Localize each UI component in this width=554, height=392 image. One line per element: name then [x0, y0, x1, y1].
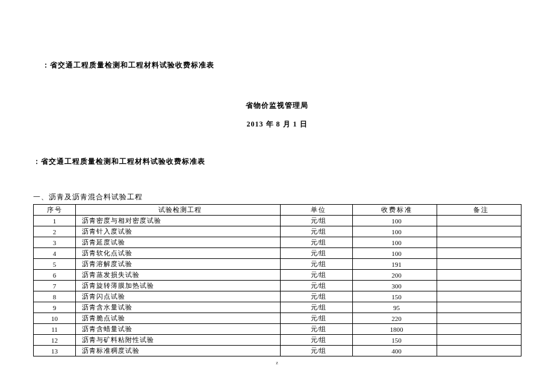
cell-fee: 150	[353, 291, 437, 302]
table-row: 12 沥青与矿料粘附性试验 元/组 150	[34, 335, 521, 346]
table-row: 7 沥青旋转薄膜加热试验 元/组 300	[34, 281, 521, 291]
table-row: 13 沥青标准稠度试验 元/组 400	[34, 346, 521, 356]
header-seq: 序号	[34, 205, 76, 216]
cell-seq: 3	[34, 237, 76, 248]
cell-unit: 元/组	[281, 313, 353, 324]
cell-unit: 元/组	[281, 248, 353, 259]
cell-unit: 元/组	[281, 346, 353, 356]
cell-seq: 5	[34, 259, 76, 270]
cell-remark	[437, 324, 521, 335]
cell-remark	[437, 237, 521, 248]
cell-remark	[437, 259, 521, 270]
page-top-title: ：省交通工程质量检测和工程材料试验收费标准表	[42, 60, 521, 70]
cell-seq: 2	[34, 226, 76, 237]
cell-unit: 元/组	[281, 270, 353, 281]
cell-item: 沥青蒸发损失试验	[76, 270, 281, 281]
cell-remark	[437, 302, 521, 313]
cell-item: 沥青溶解度试验	[76, 259, 281, 270]
header-item: 试验检测工程	[76, 205, 281, 216]
header-fee: 收费标准	[353, 205, 437, 216]
cell-unit: 元/组	[281, 335, 353, 346]
table-row: 10 沥青脆点试验 元/组 220	[34, 313, 521, 324]
cell-item: 沥青针入度试验	[76, 226, 281, 237]
cell-item: 沥青闪点试验	[76, 291, 281, 302]
cell-unit: 元/组	[281, 226, 353, 237]
cell-unit: 元/组	[281, 302, 353, 313]
issuer-name: 省物价监视管理局	[33, 101, 521, 111]
cell-item: 沥青标准稠度试验	[76, 346, 281, 356]
cell-fee: 100	[353, 237, 437, 248]
table-row: 6 沥青蒸发损失试验 元/组 200	[34, 270, 521, 281]
table-row: 2 沥青针入度试验 元/组 100	[34, 226, 521, 237]
cell-seq: 7	[34, 281, 76, 291]
cell-unit: 元/组	[281, 216, 353, 226]
section-label: 一、沥青及沥青混合料试验工程	[33, 192, 521, 202]
cell-unit: 元/组	[281, 291, 353, 302]
cell-remark	[437, 281, 521, 291]
cell-seq: 13	[34, 346, 76, 356]
header-unit: 单位	[281, 205, 353, 216]
table-row: 11 沥青含蜡量试验 元/组 1800	[34, 324, 521, 335]
page-number: z	[33, 360, 521, 366]
cell-item: 沥青与矿料粘附性试验	[76, 335, 281, 346]
cell-seq: 1	[34, 216, 76, 226]
cell-fee: 95	[353, 302, 437, 313]
cell-seq: 11	[34, 324, 76, 335]
cell-fee: 150	[353, 335, 437, 346]
cell-fee: 100	[353, 216, 437, 226]
cell-remark	[437, 291, 521, 302]
cell-remark	[437, 248, 521, 259]
table-row: 3 沥青延度试验 元/组 100	[34, 237, 521, 248]
cell-remark	[437, 335, 521, 346]
cell-unit: 元/组	[281, 259, 353, 270]
cell-fee: 100	[353, 226, 437, 237]
table-row: 9 沥青含水量试验 元/组 95	[34, 302, 521, 313]
cell-fee: 220	[353, 313, 437, 324]
cell-item: 沥青含水量试验	[76, 302, 281, 313]
table-body: 1 沥青密度与相对密度试验 元/组 100 2 沥青针入度试验 元/组 100 …	[34, 216, 521, 356]
issue-date: 2013 年 8 月 1 日	[33, 119, 521, 129]
table-header-row: 序号 试验检测工程 单位 收费标准 备注	[34, 205, 521, 216]
cell-unit: 元/组	[281, 324, 353, 335]
cell-seq: 10	[34, 313, 76, 324]
cell-item: 沥青旋转薄膜加热试验	[76, 281, 281, 291]
cell-fee: 300	[353, 281, 437, 291]
cell-fee: 400	[353, 346, 437, 356]
cell-unit: 元/组	[281, 281, 353, 291]
cell-item: 沥青延度试验	[76, 237, 281, 248]
header-remark: 备注	[437, 205, 521, 216]
cell-seq: 8	[34, 291, 76, 302]
cell-fee: 100	[353, 248, 437, 259]
cell-seq: 6	[34, 270, 76, 281]
cell-fee: 191	[353, 259, 437, 270]
second-title: ：省交通工程质量检测和工程材料试验收费标准表	[33, 157, 521, 167]
table-row: 1 沥青密度与相对密度试验 元/组 100	[34, 216, 521, 226]
cell-unit: 元/组	[281, 237, 353, 248]
cell-item: 沥青密度与相对密度试验	[76, 216, 281, 226]
cell-item: 沥青软化点试验	[76, 248, 281, 259]
fee-table: 序号 试验检测工程 单位 收费标准 备注 1 沥青密度与相对密度试验 元/组 1…	[33, 204, 521, 356]
cell-remark	[437, 216, 521, 226]
cell-seq: 12	[34, 335, 76, 346]
cell-item: 沥青脆点试验	[76, 313, 281, 324]
cell-remark	[437, 313, 521, 324]
cell-remark	[437, 226, 521, 237]
cell-remark	[437, 346, 521, 356]
cell-seq: 4	[34, 248, 76, 259]
table-row: 8 沥青闪点试验 元/组 150	[34, 291, 521, 302]
cell-seq: 9	[34, 302, 76, 313]
cell-item: 沥青含蜡量试验	[76, 324, 281, 335]
table-row: 4 沥青软化点试验 元/组 100	[34, 248, 521, 259]
cell-remark	[437, 270, 521, 281]
cell-fee: 200	[353, 270, 437, 281]
table-row: 5 沥青溶解度试验 元/组 191	[34, 259, 521, 270]
issuer-block: 省物价监视管理局 2013 年 8 月 1 日	[33, 101, 521, 129]
cell-fee: 1800	[353, 324, 437, 335]
